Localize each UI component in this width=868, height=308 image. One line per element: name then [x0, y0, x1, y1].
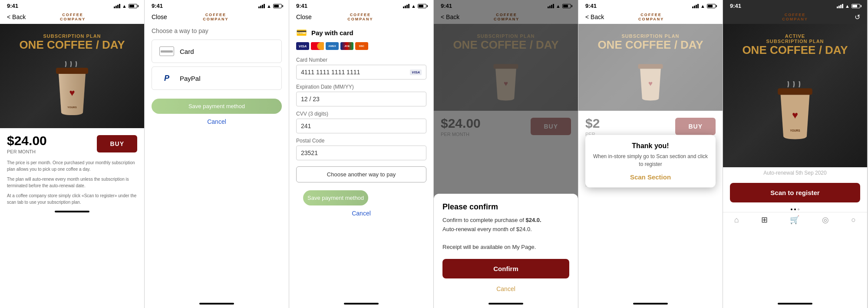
- coffee-cup-5: ♥: [635, 51, 666, 111]
- signal-icon-5: [692, 4, 699, 8]
- tabs-indicator: [723, 207, 867, 212]
- card-num-label-3: Card Number: [296, 57, 426, 63]
- home-indicator-4: [488, 303, 523, 305]
- home-indicator-2: [199, 303, 234, 305]
- buy-button-5: BUY: [675, 118, 716, 135]
- cvv-value: 241: [301, 123, 311, 129]
- screen5: 9:41 ▲ < Back COFFEE COMPANY SUBSCRIPTIO…: [578, 0, 723, 308]
- nav-bar-6: COFFEE COMPANY ↺: [723, 11, 867, 24]
- status-icons-5: ▲: [692, 3, 716, 9]
- coffee-cup-1: ♥ YOURS: [53, 51, 92, 128]
- status-icons-2: ▲: [258, 3, 282, 9]
- hero-title-6: ACTIVE SUBSCRIPTION PLAN ONE COFFEE / DA…: [742, 28, 848, 56]
- battery-icon-5: [707, 4, 716, 8]
- cup-svg-6: ♥ YOURS: [773, 81, 817, 142]
- back-button-1[interactable]: < Back: [7, 13, 26, 20]
- status-time-6: 9:41: [730, 3, 741, 9]
- card-payment-icon: [159, 46, 175, 56]
- hero-main-title-1: ONE COFFEE / DAY: [19, 39, 125, 51]
- tab-cart[interactable]: 🛒: [790, 215, 799, 225]
- signal-icon-3: [403, 4, 409, 8]
- confirm-text3: Receipt will be available on My Page.: [442, 244, 536, 250]
- scan-section-link[interactable]: Scan Section: [592, 173, 709, 180]
- cancel-link-2[interactable]: Cancel: [145, 118, 289, 125]
- mastercard-logo-icon: [311, 42, 324, 50]
- battery-icon-6: [851, 4, 860, 8]
- desc-p1: The price is per month. Once purchased y…: [7, 159, 137, 172]
- battery-icon-1: [129, 4, 137, 8]
- card-stripe-icon: [161, 50, 173, 53]
- exp-input[interactable]: 12 / 23: [296, 92, 426, 106]
- tab-home[interactable]: ⌂: [734, 215, 739, 225]
- nav-bar-5: < Back COFFEE COMPANY: [578, 11, 723, 24]
- postal-input[interactable]: 23521: [296, 146, 426, 160]
- choose-another-button-3[interactable]: Choose another way to pay: [296, 166, 426, 182]
- cvv-input[interactable]: 241: [296, 119, 426, 133]
- status-time-3: 9:41: [296, 3, 307, 9]
- card-logos-container: VISA AMEX JCB DISC: [289, 42, 433, 53]
- screen1: 9:41 ▲ < Back COFFEE COMPANY SUBSCRIPTIO…: [0, 0, 145, 308]
- svg-rect-5: [638, 64, 663, 69]
- save-payment-button-3[interactable]: Save payment method: [303, 190, 368, 205]
- svg-text:YOURS: YOURS: [67, 106, 76, 109]
- buy-button-1[interactable]: BUY: [97, 135, 137, 152]
- price-period-1: PER MONTH: [7, 149, 47, 154]
- discover-logo-icon: DISC: [355, 42, 368, 50]
- price-amount-1: $24.00: [7, 133, 47, 148]
- status-icons-1: ▲: [114, 3, 137, 9]
- scan-tab-icon: ⊞: [761, 215, 768, 225]
- hero-title-5: SUBSCRIPTION PLAN ONE COFFEE / DAY: [597, 28, 703, 51]
- tab-scan[interactable]: ⊞: [761, 215, 768, 225]
- refresh-button-6[interactable]: ↺: [843, 13, 860, 21]
- exp-label-3: Expiration Date (MM/YY): [296, 84, 426, 90]
- hero-banner-5: SUBSCRIPTION PLAN ONE COFFEE / DAY ♥: [578, 24, 723, 111]
- pay-card-header-3: 💳 Pay with card: [289, 24, 433, 42]
- hero-banner-1: SUBSCRIPTION PLAN ONE COFFEE / DAY ♥ YOU…: [0, 24, 144, 128]
- tab-profile[interactable]: ○: [851, 215, 856, 225]
- confirm-sheet: Please confirm Confirm to complete purch…: [434, 194, 578, 308]
- payment-sheet-2: Choose a way to pay Card P PayPal Save p…: [145, 24, 289, 301]
- logo-2: COFFEE COMPANY: [203, 13, 228, 21]
- dot-3: [798, 209, 799, 210]
- wifi-icon-3: ▲: [411, 3, 416, 9]
- close-button-3[interactable]: Close: [296, 13, 312, 20]
- scan-register-button[interactable]: Scan to register: [730, 183, 860, 202]
- price-amount-5: $2: [585, 116, 600, 131]
- logo-1: COFFEE COMPANY: [60, 13, 86, 21]
- coffee-cup-6: ♥ YOURS: [773, 56, 817, 167]
- visa-logo-icon: VISA: [296, 42, 309, 50]
- cancel-link-3[interactable]: Cancel: [296, 210, 426, 217]
- card-option[interactable]: Card: [152, 40, 282, 63]
- back-button-5[interactable]: < Back: [585, 13, 604, 20]
- pay-card-title-3: Pay with card: [311, 29, 353, 36]
- status-bar-6: 9:41 ▲: [723, 0, 867, 11]
- confirm-overlay: Please confirm Confirm to complete purch…: [434, 0, 578, 308]
- svg-text:♥: ♥: [69, 87, 75, 98]
- svg-text:♥: ♥: [792, 109, 798, 121]
- paypal-option[interactable]: P PayPal: [152, 66, 282, 90]
- wifi-icon-5: ▲: [700, 3, 705, 9]
- price-display-1: $24.00 PER MONTH: [7, 133, 47, 154]
- cancel-button-4[interactable]: Cancel: [442, 283, 569, 295]
- card-form-3: Card Number 4111 1111 1111 1111 VISA Exp…: [289, 53, 433, 301]
- svg-rect-0: [56, 68, 88, 74]
- wifi-icon-6: ▲: [845, 3, 850, 9]
- home-indicator-1: [55, 211, 89, 212]
- confirm-title: Please confirm: [442, 202, 569, 212]
- card-num-input[interactable]: 4111 1111 1111 1111 VISA: [296, 65, 426, 79]
- cup-svg-1: ♥ YOURS: [53, 61, 92, 118]
- confirm-button[interactable]: Confirm: [442, 259, 569, 278]
- profile-tab-icon: ○: [851, 215, 856, 225]
- payment-title-2: Choose a way to pay: [145, 24, 289, 40]
- save-payment-button-2[interactable]: Save payment method: [152, 99, 282, 114]
- location-tab-icon: ◎: [822, 215, 829, 225]
- battery-icon-3: [418, 4, 426, 8]
- home-tab-icon: ⌂: [734, 215, 739, 225]
- desc-p3: At a coffee company store simply click «…: [7, 192, 137, 205]
- close-button-2[interactable]: Close: [152, 13, 167, 20]
- logo-5: COFFEE COMPANY: [638, 13, 664, 21]
- status-icons-6: ▲: [837, 3, 860, 9]
- battery-icon-2: [273, 4, 282, 8]
- status-bar-5: 9:41 ▲: [578, 0, 723, 11]
- tab-location[interactable]: ◎: [822, 215, 829, 225]
